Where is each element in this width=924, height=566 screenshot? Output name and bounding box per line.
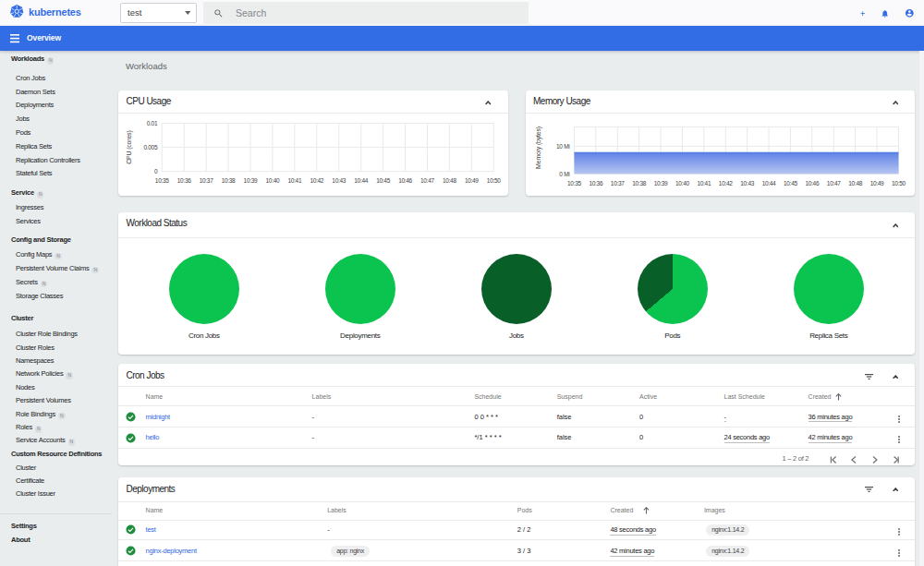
svg-text:Memory (bytes): Memory (bytes)	[535, 126, 542, 169]
svg-text:10:37: 10:37	[200, 177, 213, 184]
svg-text:10:42: 10:42	[310, 177, 323, 184]
svg-text:10:49: 10:49	[869, 180, 883, 187]
svg-text:10:43: 10:43	[740, 180, 754, 187]
svg-text:10:37: 10:37	[610, 180, 624, 187]
svg-text:10:35: 10:35	[155, 177, 169, 184]
svg-text:10:42: 10:42	[718, 180, 732, 187]
svg-text:10:50: 10:50	[892, 180, 906, 187]
svg-text:10 Mi: 10 Mi	[556, 143, 569, 150]
svg-text:10:35: 10:35	[567, 180, 581, 187]
svg-text:10:43: 10:43	[332, 177, 346, 184]
svg-text:10:40: 10:40	[675, 180, 689, 187]
svg-text:10:47: 10:47	[826, 180, 840, 187]
svg-text:10:49: 10:49	[465, 177, 479, 184]
svg-text:10:39: 10:39	[653, 180, 667, 187]
svg-text:10:44: 10:44	[354, 177, 368, 184]
svg-text:10:40: 10:40	[266, 177, 280, 184]
svg-text:10:38: 10:38	[222, 177, 236, 184]
svg-text:10:44: 10:44	[761, 180, 775, 187]
svg-text:10:41: 10:41	[287, 177, 301, 184]
svg-text:0.01: 0.01	[147, 120, 158, 126]
svg-text:0.005: 0.005	[143, 144, 157, 151]
svg-text:0: 0	[154, 168, 158, 175]
svg-text:10:46: 10:46	[805, 180, 819, 187]
svg-text:10:39: 10:39	[244, 177, 258, 184]
svg-text:10:47: 10:47	[420, 177, 434, 184]
svg-text:10:36: 10:36	[589, 180, 602, 187]
svg-text:10:45: 10:45	[784, 180, 797, 187]
svg-text:10:46: 10:46	[398, 177, 412, 184]
svg-text:10:48: 10:48	[848, 180, 862, 187]
svg-text:0 Mi: 0 Mi	[559, 171, 569, 177]
svg-text:10:45: 10:45	[376, 177, 390, 184]
svg-text:10:36: 10:36	[177, 177, 191, 184]
svg-text:10:38: 10:38	[632, 180, 646, 187]
svg-text:10:50: 10:50	[487, 177, 501, 184]
svg-text:CPU (cores): CPU (cores)	[126, 130, 133, 163]
svg-text:10:41: 10:41	[697, 180, 711, 187]
svg-text:10:48: 10:48	[443, 177, 456, 184]
